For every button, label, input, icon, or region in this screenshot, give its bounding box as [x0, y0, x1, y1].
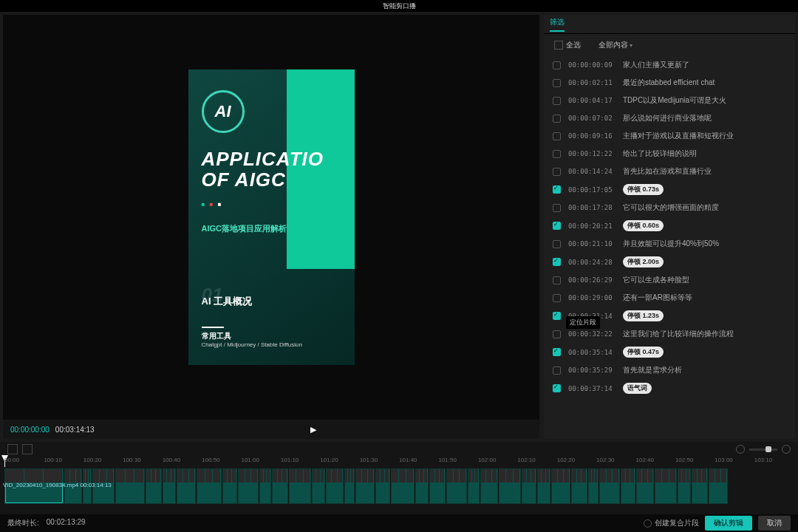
row-checkbox[interactable] [553, 330, 561, 338]
transcript-row[interactable]: 00:00:37:14语气词 [544, 379, 795, 398]
timeline-clip[interactable] [163, 468, 176, 504]
timeline-clip[interactable] [655, 468, 677, 504]
row-checkbox[interactable] [553, 204, 561, 212]
transcript-row[interactable]: 00:00:00:09家人们主播又更新了 [544, 56, 795, 74]
row-checkbox[interactable] [553, 61, 561, 69]
row-text: 首先就是需求分析 [623, 365, 786, 375]
tab-filter[interactable]: 筛选 [550, 17, 565, 32]
transcript-row[interactable]: 00:00:26:29它可以生成各种脸型 [544, 271, 795, 289]
timeline-clip[interactable] [259, 468, 271, 504]
slide-subtitle: AIGC落地项目应用解析 [202, 223, 287, 234]
content-filter-select[interactable]: 全部内容 [598, 40, 632, 50]
transcript-row[interactable]: 00:00:12:22给出了比较详细的说明 [544, 145, 795, 163]
timeline-clip[interactable] [197, 468, 222, 504]
timeline-clip[interactable] [415, 468, 429, 504]
row-checkbox[interactable] [553, 348, 561, 356]
timeline-clip[interactable] [344, 468, 355, 504]
row-checkbox[interactable] [553, 79, 561, 87]
timeline-clip[interactable] [429, 468, 446, 504]
row-checkbox[interactable] [553, 222, 561, 230]
row-text: 它可以生成各种脸型 [623, 275, 786, 285]
transcript-row[interactable]: 00:00:20:21停顿 0.60s [544, 216, 795, 235]
select-all-checkbox[interactable]: 全选 [554, 40, 581, 50]
zoom-in-icon[interactable] [782, 445, 791, 454]
timeline-clip[interactable] [551, 468, 570, 504]
timeline-clip[interactable] [272, 468, 288, 504]
timeline-tool-1[interactable] [7, 444, 18, 454]
timeline-clip[interactable] [115, 468, 145, 504]
row-checkbox[interactable] [553, 294, 561, 302]
timeline-clip[interactable] [177, 468, 196, 504]
row-checkbox[interactable] [553, 384, 561, 392]
row-text: 它可以很大的增强画面的精度 [623, 202, 786, 213]
timeline-clip[interactable] [326, 468, 344, 504]
timeline-clip[interactable] [446, 468, 467, 504]
row-checkbox[interactable] [553, 258, 561, 266]
row-text: 那么说如何进行商业落地呢 [623, 113, 786, 123]
timeline-clip[interactable] [692, 468, 708, 504]
timeline-clip[interactable] [537, 468, 550, 504]
create-compound-option[interactable]: 创建复合片段 [644, 518, 699, 528]
timeline-clip[interactable] [289, 468, 311, 504]
timeline-clip[interactable] [636, 468, 654, 504]
timeline-clip[interactable] [499, 468, 521, 504]
transcript-row[interactable]: 00:00:29:00还有一部AR图标等等 [544, 289, 795, 307]
timeline-clip[interactable] [588, 468, 598, 504]
row-checkbox[interactable] [553, 185, 561, 194]
row-timestamp: 00:00:35:29 [568, 366, 615, 374]
timeline-clip[interactable] [375, 468, 390, 504]
transcript-row[interactable]: 00:00:35:14停顿 0.47s [544, 343, 795, 361]
timeline-clip[interactable] [146, 468, 162, 504]
row-checkbox[interactable] [553, 312, 561, 320]
transcript-row[interactable]: 00:00:35:29首先就是需求分析 [544, 361, 795, 379]
timeline-clip[interactable] [522, 468, 536, 504]
row-checkbox[interactable] [553, 97, 561, 105]
play-button[interactable]: ▶ [100, 425, 526, 434]
zoom-slider[interactable] [749, 449, 777, 451]
transcript-row[interactable]: 00:00:17:05停顿 0.73s [544, 180, 795, 199]
row-checkbox[interactable] [553, 132, 561, 140]
timeline-clip[interactable] [222, 468, 237, 504]
timeline-clip[interactable] [391, 468, 415, 504]
transcript-row[interactable]: 00:00:14:24首先比如在游戏和直播行业 [544, 163, 795, 180]
row-checkbox[interactable] [553, 276, 561, 284]
transcript-row[interactable]: 00:00:24:28停顿 2.00s [544, 253, 795, 271]
row-timestamp: 00:00:35:14 [568, 349, 615, 356]
timeline-ruler[interactable]: 00:00100:10100:20100:30100:40100:50101:0… [0, 457, 798, 467]
timeline-clip[interactable] [468, 468, 480, 504]
timeline-clip[interactable] [480, 468, 498, 504]
row-checkbox[interactable] [553, 168, 561, 176]
timeline-track[interactable]: VID_20230410_190834.mp4 00:03:14:13 [0, 467, 798, 514]
cancel-button[interactable]: 取消 [758, 516, 791, 531]
transcript-row[interactable]: 00:00:02:11最近的stabbed efficient chat [544, 74, 795, 92]
row-checkbox[interactable] [553, 240, 561, 248]
timeline-clip[interactable] [621, 468, 635, 504]
timeline-clip[interactable] [355, 468, 375, 504]
row-text: 这里我们给了比较详细的操作流程 [623, 329, 786, 339]
zoom-out-icon[interactable] [736, 445, 745, 454]
timeline-clip[interactable] [709, 468, 728, 504]
timeline-clip[interactable] [312, 468, 325, 504]
transcript-row[interactable]: 00:00:09:16主播对于游戏以及直播和短视行业 [544, 127, 795, 145]
pause-pill: 语气词 [623, 383, 652, 394]
row-checkbox[interactable] [553, 366, 561, 375]
timeline-clip[interactable] [571, 468, 587, 504]
transcript-list[interactable]: 定位片段 00:00:00:09家人们主播又更新了00:00:02:11最近的s… [544, 56, 795, 439]
timeline-clip[interactable] [238, 468, 259, 504]
transcript-row[interactable]: 00:00:17:28它可以很大的增强画面的精度 [544, 199, 795, 216]
timeline-clip[interactable] [599, 468, 620, 504]
transcript-row[interactable]: 00:00:07:02那么说如何进行商业落地呢 [544, 109, 795, 127]
row-checkbox[interactable] [553, 115, 561, 123]
row-checkbox[interactable] [553, 150, 561, 158]
confirm-button[interactable]: 确认剪辑 [705, 516, 752, 531]
timeline-tool-2[interactable] [22, 444, 33, 454]
transcript-row[interactable]: 00:00:04:17TDPC以及Medijunia可谓是大火 [544, 92, 795, 109]
row-timestamp: 00:00:17:05 [568, 186, 615, 194]
pause-pill: 停顿 1.23s [623, 310, 664, 321]
video-preview[interactable]: AI APPLICATIO OF AIGC ■ ■ ■ AIGC落地项目应用解析… [3, 15, 539, 420]
row-timestamp: 00:00:02:11 [568, 79, 615, 86]
row-timestamp: 00:00:32:22 [568, 330, 615, 338]
transcript-row[interactable]: 00:00:21:10并且效能可以提升40%到50% [544, 235, 795, 253]
timeline-clip[interactable] [678, 468, 691, 504]
row-text: 还有一部AR图标等等 [623, 293, 786, 303]
